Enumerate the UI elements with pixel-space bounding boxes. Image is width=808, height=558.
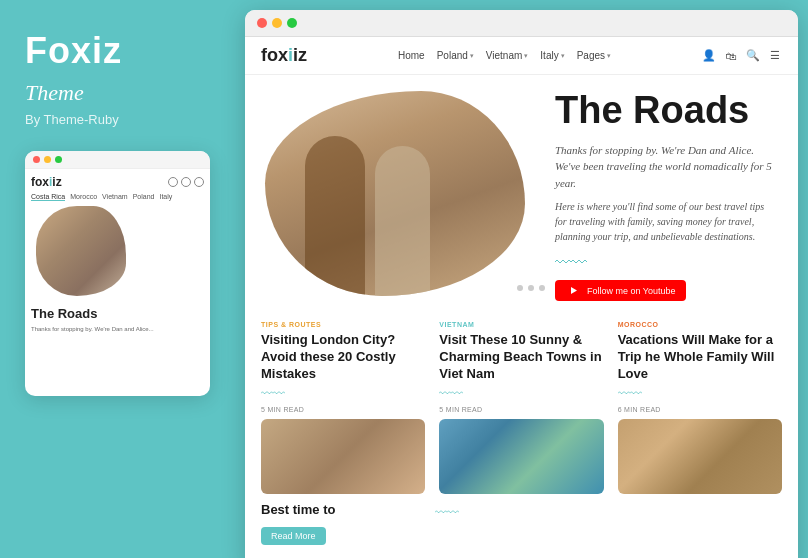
mobile-couple-image <box>36 206 126 296</box>
mobile-icon-2 <box>181 177 191 187</box>
brand-title: Foxiz <box>25 30 122 72</box>
mobile-nav-icons <box>168 177 204 187</box>
mobile-dot-green <box>55 156 62 163</box>
mobile-content: foxiiz Costa Rica Morocco Vietnam Poland… <box>25 169 210 339</box>
mobile-nav-italy: Italy <box>159 193 172 201</box>
mobile-headline: The Roads <box>31 306 204 322</box>
hero-desc-1: Thanks for stopping by. We're Dan and Al… <box>555 142 775 192</box>
article-wave-2: 〰〰 <box>439 387 603 402</box>
bag-icon[interactable]: 🛍 <box>724 49 738 63</box>
mobile-image-area <box>31 206 204 301</box>
mobile-nav-costarica: Costa Rica <box>31 193 65 201</box>
brand-subtitle: Theme <box>25 80 84 106</box>
browser-dot-red <box>257 18 267 28</box>
brand-by: By Theme-Ruby <box>25 112 119 127</box>
mobile-nav: Costa Rica Morocco Vietnam Poland Italy <box>31 193 204 201</box>
site-nav-links: Home Poland ▾ Vietnam ▾ Italy ▾ Pages ▾ <box>398 50 611 61</box>
youtube-icon <box>565 285 581 296</box>
article-card-1: TIPS & ROUTES Visiting London City? Avoi… <box>261 321 425 494</box>
nav-italy[interactable]: Italy ▾ <box>540 50 564 61</box>
dot-3 <box>539 285 545 291</box>
mobile-logo: foxiiz <box>31 175 62 189</box>
article-tag-1: TIPS & ROUTES <box>261 321 425 328</box>
nav-home[interactable]: Home <box>398 50 425 61</box>
article-wave-1: 〰〰 <box>261 387 425 402</box>
article-tag-3: MOROCCO <box>618 321 782 328</box>
nav-pages[interactable]: Pages ▾ <box>577 50 611 61</box>
browser-dot-yellow <box>272 18 282 28</box>
hero-couple-image <box>265 91 525 296</box>
mobile-browser-chrome <box>25 151 210 169</box>
article-title-1: Visiting London City? Avoid these 20 Cos… <box>261 332 425 383</box>
nav-vietnam[interactable]: Vietnam ▾ <box>486 50 529 61</box>
article-image-1 <box>261 419 425 494</box>
browser-chrome <box>245 10 798 37</box>
article-read-time-2: 5 MIN READ <box>439 406 603 413</box>
user-icon[interactable]: 👤 <box>702 49 716 63</box>
article-card-2: VIETNAM Visit These 10 Sunny & Charming … <box>439 321 603 494</box>
mobile-icon-3 <box>194 177 204 187</box>
hero-image-container <box>265 91 535 301</box>
mobile-desc: Thanks for stopping by. We're Dan and Al… <box>31 325 204 333</box>
mobile-icon-1 <box>168 177 178 187</box>
article-title-2: Visit These 10 Sunny & Charming Beach To… <box>439 332 603 383</box>
bottom-wave: 〰〰 <box>435 506 459 545</box>
articles-section: TIPS & ROUTES Visiting London City? Avoi… <box>245 311 798 545</box>
article-card-3: MOROCCO Vacations Will Make for a Trip h… <box>618 321 782 494</box>
mobile-dot-red <box>33 156 40 163</box>
menu-icon[interactable]: ☰ <box>768 49 782 63</box>
article-image-2 <box>439 419 603 494</box>
mobile-nav-poland: Poland <box>133 193 155 201</box>
dot-2 <box>528 285 534 291</box>
article-image-3 <box>618 419 782 494</box>
search-icon[interactable]: 🔍 <box>746 49 760 63</box>
hero-dots <box>517 285 545 291</box>
article-title-3: Vacations Will Make for a Trip he Whole … <box>618 332 782 383</box>
articles-grid: TIPS & ROUTES Visiting London City? Avoi… <box>261 321 782 494</box>
hero-desc-2: Here is where you'll find some of our be… <box>555 199 775 244</box>
hero-section: The Roads Thanks for stopping by. We're … <box>245 75 798 311</box>
mobile-preview: foxiiz Costa Rica Morocco Vietnam Poland… <box>25 151 210 396</box>
last-article-title: Best time to <box>261 502 421 519</box>
mobile-logo-row: foxiiz <box>31 175 204 189</box>
article-read-time-1: 5 MIN READ <box>261 406 425 413</box>
mobile-dot-yellow <box>44 156 51 163</box>
mobile-nav-vietnam: Vietnam <box>102 193 128 201</box>
right-panel: foxiiz Home Poland ▾ Vietnam ▾ Italy ▾ P… <box>245 10 798 558</box>
last-article-text: Best time to Read More <box>261 502 421 545</box>
read-more-button[interactable]: Read More <box>261 527 326 545</box>
dot-1 <box>517 285 523 291</box>
hero-wave: 〰〰 <box>555 254 778 272</box>
youtube-button[interactable]: Follow me on Youtube <box>555 280 686 301</box>
article-read-time-3: 6 MIN READ <box>618 406 782 413</box>
site-navbar: foxiiz Home Poland ▾ Vietnam ▾ Italy ▾ P… <box>245 37 798 75</box>
site-nav-icons: 👤 🛍 🔍 ☰ <box>702 49 782 63</box>
site-logo: foxiiz <box>261 45 307 66</box>
left-panel: Foxiz Theme By Theme-Ruby foxiiz Costa R… <box>0 0 245 558</box>
mobile-nav-morocco: Morocco <box>70 193 97 201</box>
hero-title: The Roads <box>555 90 778 132</box>
last-article-row: Best time to Read More 〰〰 <box>261 502 782 545</box>
nav-poland[interactable]: Poland ▾ <box>437 50 474 61</box>
hero-text: The Roads Thanks for stopping by. We're … <box>555 90 778 301</box>
article-wave-3: 〰〰 <box>618 387 782 402</box>
browser-dot-green <box>287 18 297 28</box>
article-tag-2: VIETNAM <box>439 321 603 328</box>
